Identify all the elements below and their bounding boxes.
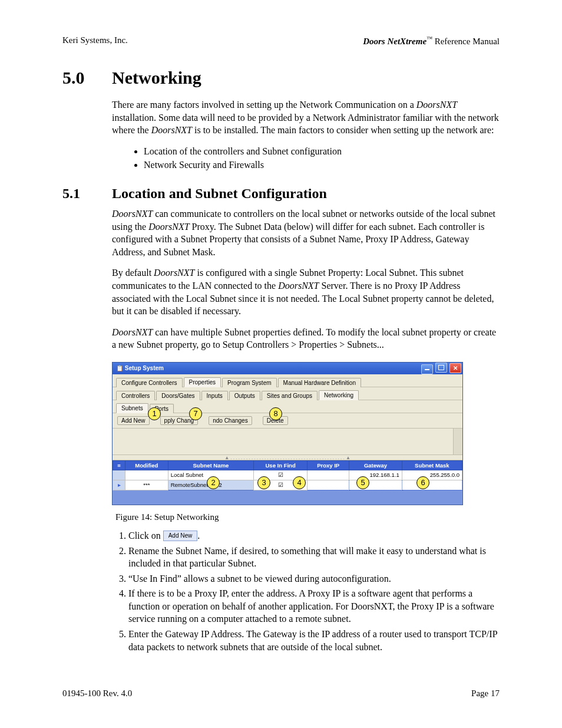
running-footer: 01945-100 Rev. 4.0 Page 17 (62, 689, 500, 699)
callout-4: 4 (293, 476, 306, 489)
tab-properties[interactable]: Properties (184, 377, 222, 387)
networking-subtabs: Subnets Ports (113, 400, 462, 413)
header-company: Keri Systems, Inc. (62, 35, 128, 47)
tab-outputs[interactable]: Outputs (229, 391, 260, 400)
undo-changes-button[interactable]: ndo Changes (209, 416, 252, 425)
window-title: 📋 Setup System (116, 365, 164, 371)
intro-bullets: Location of the controllers and Subnet c… (133, 145, 500, 172)
cell-modified (125, 470, 168, 480)
step-2: Rename the Subnet Name, if desired, to s… (128, 545, 500, 570)
col-subnet-mask[interactable]: Subnet Mask (402, 460, 462, 470)
add-new-button[interactable]: Add New (117, 416, 150, 425)
tab-program-system[interactable]: Program System (222, 378, 276, 387)
col-gateway[interactable]: Gateway (349, 460, 402, 470)
callout-5: 5 (356, 476, 369, 489)
sec51-para2: By default DoorsNXT is configured with a… (112, 266, 500, 317)
col-proxy-ip[interactable]: Proxy IP (308, 460, 349, 470)
grid-corner: ≡ (113, 460, 125, 470)
step-1: Click on Add New. (128, 529, 500, 542)
sec51-para3: DoorsNXT can have multiple Subnet proper… (112, 326, 500, 351)
tab-sites-groups[interactable]: Sites and Groups (262, 391, 318, 400)
main-menu-tabs: Configure Controllers Properties Program… (113, 374, 462, 387)
table-row[interactable]: Local Subnet ☑ 192.168.1.1 255.255.0.0 (113, 470, 462, 480)
tab-inputs[interactable]: Inputs (201, 391, 228, 400)
col-subnet-name[interactable]: Subnet Name (168, 460, 253, 470)
callout-1: 1 (148, 407, 161, 420)
callout-2: 2 (207, 476, 220, 489)
bullet-item: Network Security and Firewalls (144, 159, 500, 172)
setup-system-window: 📋 Setup System ✕ Configure Controllers P… (112, 362, 463, 505)
add-new-inline-button: Add New (163, 531, 198, 541)
vertical-scrollbar[interactable] (453, 429, 462, 454)
minimize-icon[interactable] (421, 364, 433, 374)
blank-panel (113, 429, 462, 455)
tab-doors-gates[interactable]: Doors/Gates (156, 391, 200, 400)
property-tabs: Controllers Doors/Gates Inputs Outputs S… (113, 387, 462, 400)
row-selector[interactable]: ▸ (113, 480, 125, 490)
subnet-toolbar: Add New pply Chang ndo Changes Delete (113, 413, 462, 429)
footer-docid: 01945-100 Rev. 4.0 (62, 689, 132, 699)
maximize-icon[interactable] (435, 363, 447, 373)
cell-proxy-ip[interactable] (308, 480, 349, 490)
step-3: “Use In Find” allows a subnet to be view… (128, 572, 500, 585)
cell-subnet-mask[interactable]: 255.255.0.0 (402, 470, 462, 480)
col-use-in-find[interactable]: Use In Find (254, 460, 308, 470)
table-row[interactable]: ▸ *** RemoteSubnet 3302 ☑ (113, 480, 462, 490)
bullet-item: Location of the controllers and Subnet c… (144, 145, 500, 158)
tab-networking[interactable]: Networking (319, 390, 359, 400)
cell-subnet-mask[interactable] (402, 480, 462, 490)
callout-6: 6 (416, 476, 429, 489)
close-icon[interactable]: ✕ (449, 363, 461, 373)
running-header: Keri Systems, Inc. Doors NetXtreme™ Refe… (62, 35, 500, 47)
sec51-para1: DoorsNXT can communicate to controllers … (112, 207, 500, 258)
heading-5-1: 5.1Location and Subnet Configuration (62, 186, 500, 202)
window-titlebar[interactable]: 📋 Setup System ✕ (113, 363, 462, 374)
callout-7: 7 (189, 407, 202, 420)
callout-8: 8 (269, 407, 282, 420)
header-product: Doors NetXtreme™ Reference Manual (363, 35, 500, 47)
row-selector[interactable] (113, 470, 125, 480)
step-4: If there is to be a Proxy IP, enter the … (128, 587, 500, 625)
tab-manual-hardware[interactable]: Manual Hardware Definition (278, 378, 361, 387)
col-modified[interactable]: Modified (125, 460, 168, 470)
figure-caption: Figure 14: Setup Networking (115, 512, 500, 522)
intro-para: There are many factors involved in setti… (112, 98, 500, 137)
tab-subnets[interactable]: Subnets (116, 403, 148, 413)
cell-modified: *** (125, 480, 168, 490)
heading-5-0: 5.0Networking (62, 68, 500, 88)
footer-page: Page 17 (471, 689, 500, 699)
step-5: Enter the Gateway IP Address. The Gatewa… (128, 628, 500, 653)
tab-configure-controllers[interactable]: Configure Controllers (116, 378, 183, 387)
subnet-grid: ≡ Modified Subnet Name Use In Find Proxy… (113, 460, 462, 505)
splitter-bar[interactable]: ▲ . . . . . . . . . . . . . . . . . . . … (113, 455, 462, 460)
procedure-steps: Click on Add New. Rename the Subnet Name… (112, 529, 500, 653)
cell-proxy-ip[interactable] (308, 470, 349, 480)
tab-controllers[interactable]: Controllers (116, 391, 155, 400)
callout-3: 3 (257, 476, 270, 489)
